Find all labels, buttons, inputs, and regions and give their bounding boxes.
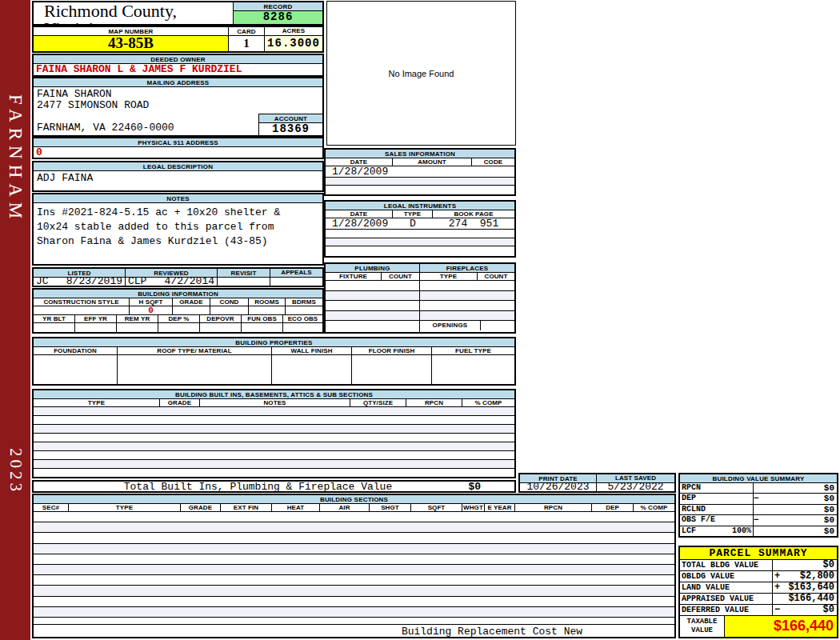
sales-empty-rows	[326, 178, 514, 193]
revisit-label: REVISIT	[218, 269, 270, 277]
notes-label: NOTES	[34, 194, 322, 203]
empty-row	[34, 425, 514, 434]
physical-911-block: PHYSICAL 911 ADDRESS 0	[32, 137, 324, 159]
parcel-row-label: OBLDG VALUE	[680, 571, 773, 582]
roof-type-label: ROOF TYPE/ MATERIAL	[118, 347, 272, 354]
built-ins-total-value: $0	[468, 481, 481, 493]
listed-value: JC 8/23/2019	[34, 278, 126, 286]
parcel-row-label: TOTAL BLDG VALUE	[680, 560, 773, 570]
row-amount: $0	[763, 494, 837, 503]
row-label: RCLND	[682, 505, 706, 514]
sales-date-label: DATE	[326, 158, 393, 166]
sales-information-title: SALES INFORMATION	[326, 150, 514, 158]
yr-blt-label: YR BLT	[34, 315, 75, 322]
fixture-label: FIXTURE	[326, 273, 382, 280]
parcel-row-deferred: DEFERRED VALUE − $0	[680, 605, 837, 616]
rem-yr-value	[117, 323, 158, 332]
row-label: RPCN	[682, 483, 701, 493]
parcel-summary-block: PARCEL SUMMARY TOTAL BLDG VALUE $0 OBLDG…	[678, 546, 838, 638]
bdrms-value	[286, 306, 322, 314]
building-info-row2-values	[34, 323, 322, 332]
sec-air-label: AIR	[320, 504, 370, 511]
card-label: CARD	[229, 27, 265, 35]
fun-obs-value	[242, 323, 283, 332]
empty-row	[34, 586, 674, 596]
parcel-row-op	[773, 560, 782, 570]
empty-row	[326, 311, 419, 322]
building-value-summary-rows: RPCN $0 DEP − $0 RCLND	[680, 483, 837, 536]
empty-row	[34, 434, 514, 442]
sec-eyear-label: E YEAR	[485, 504, 515, 511]
instrument-date-value: 1/28/2009	[326, 218, 393, 229]
value-summary-row-rpcn: RPCN $0	[680, 483, 837, 494]
plumbing-title: PLUMBING	[326, 264, 419, 273]
sec-rpcn-label: RPCN	[515, 504, 592, 511]
built-ins-total-row: Total Built Ins, Plumbing & Fireplace Va…	[32, 480, 516, 493]
floor-finish-value	[352, 355, 432, 384]
map-card-acres-headers: MAP NUMBER CARD ACRES	[34, 27, 322, 36]
account-box: ACCOUNT 18369	[258, 114, 322, 135]
empty-row	[34, 618, 674, 625]
sec-extfin-label: EXT FIN	[221, 504, 272, 511]
building-properties-title: BUILDING PROPERTIES	[34, 338, 514, 347]
reviewed-value: CLP 4/2/2014	[126, 278, 218, 286]
empty-row	[34, 565, 674, 575]
eff-yr-value	[75, 323, 117, 332]
no-image-text: No Image Found	[389, 69, 454, 78]
row-op: −	[754, 515, 763, 525]
empty-row	[34, 407, 514, 416]
property-photo-placeholder: No Image Found	[326, 1, 516, 146]
construction-style-label: CONSTRUCTION STYLE	[34, 298, 130, 306]
cond-label: COND	[210, 298, 249, 306]
openings-value	[481, 321, 514, 330]
openings-label: OPENINGS	[420, 321, 481, 330]
value-summary-row-lcf: LCF 100% $0	[680, 526, 837, 536]
building-value-summary-block: BUILDING VALUE SUMMARY RPCN $0 DEP − $0	[678, 473, 838, 538]
empty-row	[420, 311, 514, 322]
empty-row	[326, 230, 514, 238]
building-sections-footer: Building Replacement Cost New	[34, 625, 674, 638]
building-properties-values	[34, 355, 514, 384]
building-sections-headers: SEC# TYPE GRADE EXT FIN HEAT AIR SHGT SQ…	[34, 504, 674, 512]
depovr-value	[200, 323, 242, 332]
row-op	[754, 483, 763, 493]
building-value-summary-title: BUILDING VALUE SUMMARY	[680, 474, 837, 483]
taxable-value-label: TAXABLE VALUE	[680, 616, 725, 637]
sec-shgt-label: SHGT	[370, 504, 411, 511]
parcel-row-amount: $163,640	[782, 582, 837, 593]
value-summary-label: DEP	[680, 494, 754, 503]
property-record-card: { "sidebar": { "district": "FARNHAM", "y…	[0, 0, 840, 640]
floor-finish-label: FLOOR FINISH	[352, 347, 432, 354]
deeded-owner-block: DEEDED OWNER FAINA SHARON L & JAMES F KU…	[32, 54, 324, 77]
parcel-row-land: LAND VALUE + $163,640	[680, 582, 837, 594]
fireplace-type-label: TYPE	[420, 273, 478, 280]
built-ins-block: BUILDING BUILT INS, BASEMENTS, ATTICS & …	[32, 389, 516, 478]
cond-value	[210, 306, 249, 314]
empty-row	[326, 281, 419, 291]
plumbing-half: PLUMBING FIXTURE COUNT	[326, 264, 420, 332]
legal-description-label: LEGAL DESCRIPTION	[34, 162, 322, 171]
empty-row	[420, 281, 514, 291]
notes-body: Ins #2021-824-5.15 ac + 10x20 shelter & …	[34, 203, 322, 249]
reviewed-by: CLP	[128, 278, 146, 286]
sec-whgt-label: WHGT	[462, 504, 485, 511]
empty-row	[326, 178, 514, 186]
reviewed-date: 4/2/2014	[165, 278, 214, 286]
county-title: Richmond County, Virginia	[34, 2, 233, 24]
empty-row	[34, 442, 514, 451]
listed-date: 8/23/2019	[66, 278, 122, 286]
fireplaces-rows	[420, 281, 514, 321]
parcel-row-label: LAND VALUE	[680, 582, 773, 593]
physical-911-value: 0	[34, 147, 322, 158]
tax-year-vertical: 2023	[6, 448, 26, 494]
plumbing-fireplaces-block: PLUMBING FIXTURE COUNT FIREPLACES TYPE C…	[324, 262, 516, 334]
eco-obs-value	[283, 323, 322, 332]
sales-code-label: CODE	[472, 158, 514, 166]
value-summary-row-rclnd: RCLND $0	[680, 505, 837, 515]
instruments-empty-rows	[326, 230, 514, 254]
parcel-row-total-bldg: TOTAL BLDG VALUE $0	[680, 560, 837, 571]
parcel-row-amount: $0	[782, 560, 837, 570]
value-summary-row-obs: OBS F/E − $0	[680, 515, 837, 526]
listed-by: JC	[36, 278, 49, 286]
built-ins-total-label: Total Built Ins, Plumbing & Fireplace Va…	[124, 481, 392, 493]
